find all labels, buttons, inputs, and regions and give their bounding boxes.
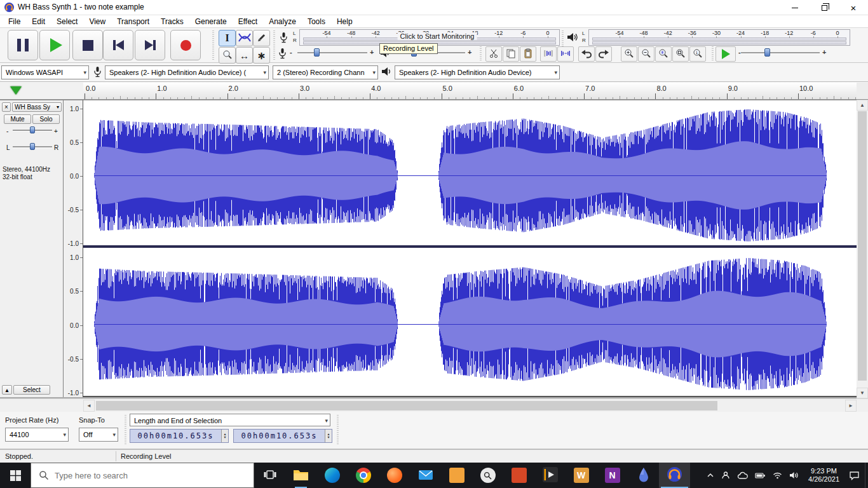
restore-button[interactable] <box>810 0 839 15</box>
multi-tool-button[interactable]: ∗ <box>253 47 270 64</box>
action-center-icon[interactable] <box>849 471 860 480</box>
taskbar-app-mail[interactable] <box>410 463 441 488</box>
menu-item-edit[interactable]: Edit <box>26 16 51 27</box>
toolbar-grip[interactable] <box>337 415 339 445</box>
menu-item-tools[interactable]: Tools <box>302 16 331 27</box>
toolbar-grip[interactable] <box>273 30 275 60</box>
menu-item-select[interactable]: Select <box>51 16 83 27</box>
menu-item-tracks[interactable]: Tracks <box>155 16 189 27</box>
search-input[interactable] <box>55 471 217 480</box>
menu-item-help[interactable]: Help <box>331 16 358 27</box>
menu-item-effect[interactable]: Effect <box>233 16 263 27</box>
track-pan-slider[interactable] <box>13 142 52 152</box>
stop-button[interactable] <box>72 30 103 60</box>
taskbar-app-search-app[interactable] <box>472 463 503 488</box>
play-at-speed-button[interactable] <box>715 46 736 62</box>
tray-volume-icon[interactable] <box>789 471 799 479</box>
taskbar-app-file-explorer[interactable] <box>285 463 316 488</box>
menu-item-analyze[interactable]: Analyze <box>263 16 302 27</box>
tray-cloud-icon[interactable] <box>737 471 748 480</box>
close-button[interactable]: × <box>839 0 868 15</box>
track-menu-button[interactable]: WH Bass Sy ▾ <box>12 102 62 112</box>
track-gain-slider-thumb[interactable] <box>30 126 35 133</box>
spinner-icon[interactable]: ▴▾ <box>221 430 228 442</box>
scroll-down-button[interactable]: ▼ <box>857 388 868 398</box>
zoom-tool-button[interactable] <box>219 47 236 64</box>
track-collapse-button[interactable]: ▴ <box>2 385 12 395</box>
selection-tool-button[interactable]: I <box>219 30 236 46</box>
scroll-left-button[interactable]: ◄ <box>83 400 95 412</box>
undo-button[interactable] <box>578 46 595 62</box>
taskbar-app-chrome[interactable] <box>348 463 379 488</box>
toolbar-grip[interactable] <box>480 46 482 62</box>
zoom-out-button[interactable] <box>638 46 654 62</box>
track-close-button[interactable]: × <box>2 102 11 112</box>
taskbar-app-media-player[interactable] <box>534 463 566 488</box>
taskbar-app-firefox[interactable] <box>379 463 410 488</box>
horizontal-scroll-thumb[interactable] <box>96 401 717 410</box>
menu-item-view[interactable]: View <box>83 16 111 27</box>
skip-to-start-button[interactable] <box>103 30 133 60</box>
record-button[interactable] <box>170 30 201 60</box>
selection-length-field[interactable]: 00h00m10.653s ▴▾ <box>130 429 229 443</box>
start-button[interactable] <box>0 463 31 488</box>
skip-to-end-button[interactable] <box>135 30 165 60</box>
vertical-scroll-thumb[interactable] <box>858 111 867 381</box>
fit-selection-button[interactable] <box>655 46 672 62</box>
recording-volume-slider-thumb[interactable] <box>314 48 320 57</box>
taskbar-search[interactable] <box>31 463 254 488</box>
audio-host-select[interactable]: Windows WASAPI▾ <box>1 65 89 79</box>
redo-button[interactable] <box>595 46 612 62</box>
taskbar-app-paint-3d[interactable] <box>628 463 659 488</box>
play-speed-slider-thumb[interactable] <box>764 48 770 57</box>
selection-mode-select[interactable]: Length and End of Selection▾ <box>130 414 330 426</box>
menu-item-transport[interactable]: Transport <box>111 16 155 27</box>
fit-project-button[interactable] <box>672 46 689 62</box>
envelope-tool-button[interactable] <box>236 30 253 46</box>
waveform-canvas[interactable] <box>83 100 857 397</box>
trim-outside-selection-button[interactable] <box>540 46 557 62</box>
play-speed-slider[interactable] <box>741 48 820 58</box>
taskbar-app-audacity[interactable] <box>659 463 690 488</box>
minimize-button[interactable] <box>780 0 810 15</box>
tray-network-icon[interactable] <box>773 471 782 479</box>
tray-battery-icon[interactable] <box>755 472 766 479</box>
toolbar-grip[interactable] <box>212 30 214 60</box>
taskbar-app-store-app[interactable] <box>503 463 534 488</box>
taskbar-app-edge[interactable] <box>316 463 348 488</box>
show-desktop-button[interactable] <box>865 463 868 488</box>
playback-device-select[interactable]: Speakers (2- High Definition Audio Devic… <box>395 65 560 79</box>
mute-button[interactable]: Mute <box>4 114 31 124</box>
track-select-button[interactable]: Select <box>13 385 50 395</box>
taskbar-clock[interactable]: 9:23 PM 4/26/2021 <box>806 467 842 484</box>
menu-item-file[interactable]: File <box>3 16 26 27</box>
tray-person-icon[interactable] <box>721 471 730 480</box>
recording-channels-select[interactable]: 2 (Stereo) Recording Chann▾ <box>273 65 378 79</box>
silence-selection-button[interactable] <box>557 46 574 62</box>
playback-meter-toolbar[interactable]: L R -54-48-42-36-30-24-18-12-60 <box>566 29 850 46</box>
snap-to-select[interactable]: Off▾ <box>79 428 118 442</box>
spinner-icon[interactable]: ▴▾ <box>325 430 332 442</box>
project-rate-select[interactable]: 44100▾ <box>5 428 69 442</box>
track-gain-slider[interactable] <box>13 125 52 135</box>
copy-button[interactable] <box>503 46 519 62</box>
vertical-scrollbar[interactable]: ▲ ▼ <box>857 100 868 398</box>
scroll-right-button[interactable]: ► <box>845 400 857 412</box>
zoom-toggle-button[interactable]: 1 <box>689 46 706 62</box>
paste-button[interactable] <box>520 46 536 62</box>
taskbar-app-task-view[interactable] <box>254 463 285 488</box>
toolbar-grip[interactable] <box>712 46 714 62</box>
timeline-pin-button[interactable] <box>10 86 22 95</box>
track-pan-slider-thumb[interactable] <box>30 143 35 150</box>
recording-volume-slider[interactable] <box>297 48 367 58</box>
menu-item-generate[interactable]: Generate <box>189 16 233 27</box>
taskbar-app-word-app[interactable]: W <box>566 463 597 488</box>
scroll-up-button[interactable]: ▲ <box>857 100 868 111</box>
play-button[interactable] <box>39 30 70 60</box>
time-shift-tool-button[interactable]: ↔ <box>236 47 253 64</box>
solo-button[interactable]: Solo <box>32 114 60 124</box>
pause-button[interactable] <box>8 30 38 60</box>
horizontal-scrollbar[interactable]: ◄ ► <box>0 398 868 412</box>
cut-button[interactable] <box>485 46 502 62</box>
tray-chevron-up-icon[interactable] <box>707 471 714 479</box>
